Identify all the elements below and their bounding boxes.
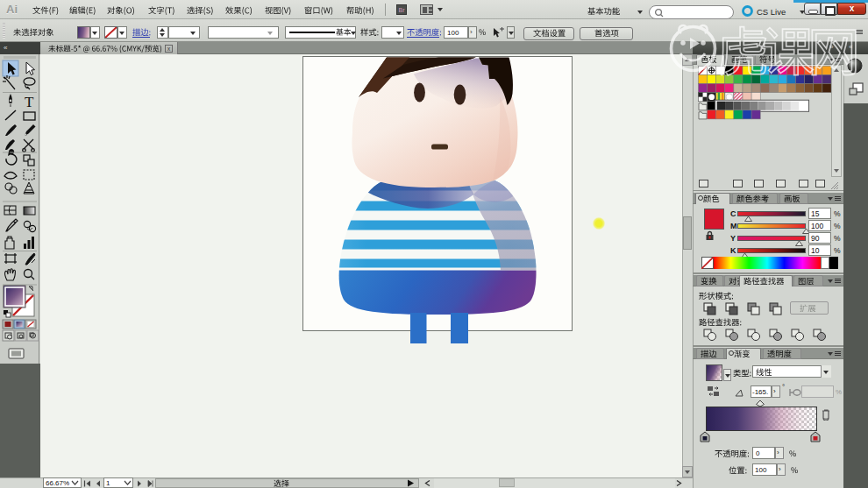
svg-text:T: T <box>25 94 34 110</box>
